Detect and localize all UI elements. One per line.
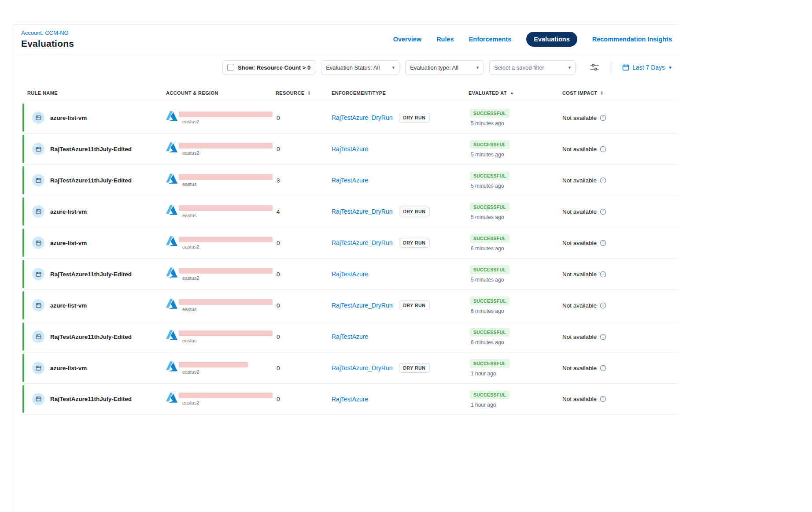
table-row[interactable]: RajTestAzure11thJuly-Edited eastus2 0 Ra… (22, 133, 679, 164)
table-row[interactable]: RajTestAzure11thJuly-Edited eastus2 0 Ra… (22, 258, 679, 289)
account-region-cell: eastus2 (166, 143, 276, 156)
info-icon[interactable] (600, 396, 606, 402)
rule-icon (32, 174, 44, 186)
account-region-cell: eastus2 (166, 237, 276, 249)
resource-count: 3 (276, 177, 332, 184)
col-evaluated-at[interactable]: EVALUATED AT ▲ (469, 90, 562, 96)
table-row[interactable]: azure-list-vm eastus2 0 RajTestAzure_Dry… (22, 352, 679, 383)
status-badge: SUCCESSFUL (470, 390, 509, 399)
enforcement-link[interactable]: RajTestAzure_DryRun (332, 208, 393, 215)
enforcement-link[interactable]: RajTestAzure_DryRun (332, 364, 393, 371)
rule-cell: azure-list-vm (22, 205, 166, 218)
enforcement-link[interactable]: RajTestAzure (332, 396, 368, 403)
cost-impact-value: Not available (562, 365, 597, 371)
account-block: eastus (179, 174, 273, 187)
enforcement-link[interactable]: RajTestAzure (332, 333, 368, 340)
rule-icon (32, 268, 44, 280)
info-icon[interactable] (600, 177, 606, 184)
table-header-row: RULE NAME ACCOUNT & REGION RESOURCE ▲▼ E… (22, 84, 679, 102)
cost-impact-cell: Not available (562, 365, 679, 371)
cost-impact-cell: Not available (562, 240, 679, 246)
enforcement-link[interactable]: RajTestAzure_DryRun (332, 239, 393, 246)
info-icon[interactable] (600, 240, 606, 246)
info-icon[interactable] (600, 365, 606, 371)
account-region-cell: eastus (166, 174, 276, 187)
col-label: ENFORCEMENT/TYPE (332, 90, 386, 96)
enforcement-cell: RajTestAzure_DryRun DRY RUN (332, 207, 469, 216)
tab-enforcements[interactable]: Enforcements (469, 36, 512, 43)
date-range-picker[interactable]: Last 7 Days ▼ (622, 64, 675, 71)
page-header: Account: CCM-NG Evaluations OverviewRule… (14, 25, 679, 55)
evaluated-at-cell: SUCCESSFUL 1 hour ago (469, 359, 562, 377)
col-cost-impact[interactable]: COST IMPACT ▲▼ (562, 90, 679, 96)
resource-count-filter[interactable]: Show: Resource Count > 0 (222, 60, 315, 74)
table-row[interactable]: azure-list-vm eastus2 0 RajTestAzure_Dry… (22, 102, 679, 133)
tab-overview[interactable]: Overview (393, 36, 422, 43)
tab-evaluations[interactable]: Evaluations (526, 32, 577, 47)
table-row[interactable]: azure-list-vm eastus 4 RajTestAzure_DryR… (22, 196, 679, 227)
evaluated-time: 5 minutes ago (471, 152, 504, 158)
evaluation-status-dropdown[interactable]: Evaluation Status: All ▾ (321, 60, 399, 74)
tab-recommendation-insights[interactable]: Recommendation Insights (592, 36, 672, 43)
redacted-account-name (179, 111, 273, 117)
cost-impact-cell: Not available (562, 146, 679, 152)
evaluation-type-dropdown[interactable]: Evaluation type: All ▾ (405, 60, 484, 74)
dry-run-badge: DRY RUN (399, 363, 430, 373)
sort-asc-icon[interactable]: ▲ (510, 91, 514, 95)
info-icon[interactable] (600, 302, 606, 309)
table-row[interactable]: RajTestAzure11thJuly-Edited eastus 3 Raj… (22, 164, 679, 196)
azure-icon (166, 393, 177, 404)
enforcement-link[interactable]: RajTestAzure_DryRun (332, 302, 393, 309)
saved-filter-dropdown[interactable]: Select a saved filter ▾ (489, 60, 576, 74)
enforcement-link[interactable]: RajTestAzure (332, 177, 368, 184)
status-badge: SUCCESSFUL (470, 359, 509, 368)
tab-rules[interactable]: Rules (436, 36, 454, 43)
app-container: Account: CCM-NG Evaluations OverviewRule… (13, 24, 679, 512)
resource-count-checkbox[interactable] (227, 64, 234, 71)
region-label: eastus2 (179, 275, 273, 281)
rule-cell: RajTestAzure11thJuly-Edited (22, 393, 166, 405)
rule-name: RajTestAzure11thJuly-Edited (50, 396, 132, 402)
col-label: RESOURCE (276, 90, 305, 96)
col-label: ACCOUNT & REGION (166, 90, 218, 96)
enforcement-link[interactable]: RajTestAzure_DryRun (332, 114, 393, 121)
table-row[interactable]: azure-list-vm eastus 0 RajTestAzure_DryR… (22, 289, 679, 321)
cost-impact-cell: Not available (562, 302, 679, 309)
info-icon[interactable] (600, 271, 606, 278)
table-body: azure-list-vm eastus2 0 RajTestAzure_Dry… (22, 102, 679, 415)
filter-settings-icon[interactable] (587, 62, 602, 73)
dry-run-badge: DRY RUN (399, 207, 430, 216)
account-region-cell: eastus2 (166, 268, 276, 281)
account-region-cell: eastus (166, 330, 276, 343)
info-icon[interactable] (600, 146, 606, 152)
evaluated-at-cell: SUCCESSFUL 5 minutes ago (469, 109, 562, 126)
cost-impact-cell: Not available (562, 115, 679, 121)
account-region-cell: eastus2 (166, 111, 276, 124)
info-icon[interactable] (600, 334, 606, 340)
account-block: eastus2 (179, 143, 273, 156)
table-row[interactable]: azure-list-vm eastus2 0 RajTestAzure_Dry… (22, 227, 679, 258)
rule-cell: RajTestAzure11thJuly-Edited (22, 174, 166, 186)
enforcement-link[interactable]: RajTestAzure (332, 145, 368, 152)
col-label: COST IMPACT (562, 90, 597, 96)
sort-icon[interactable]: ▲▼ (600, 90, 603, 96)
cost-impact-value: Not available (562, 334, 597, 340)
enforcement-cell: RajTestAzure_DryRun DRY RUN (332, 363, 469, 373)
evaluation-status-value: Evaluation Status: All (326, 64, 380, 71)
sort-icon[interactable]: ▲▼ (308, 90, 311, 96)
redacted-account-name (179, 205, 273, 211)
table-row[interactable]: RajTestAzure11thJuly-Edited eastus2 0 Ra… (22, 383, 679, 415)
table-row[interactable]: RajTestAzure11thJuly-Edited eastus 0 Raj… (22, 321, 679, 352)
info-icon[interactable] (600, 115, 606, 121)
info-icon[interactable] (600, 208, 606, 215)
rule-cell: RajTestAzure11thJuly-Edited (22, 143, 166, 155)
rule-icon (32, 237, 44, 249)
enforcement-cell: RajTestAzure (332, 145, 469, 152)
chevron-down-icon: ▼ (668, 65, 672, 70)
evaluated-at-cell: SUCCESSFUL 6 minutes ago (469, 234, 562, 252)
chevron-down-icon: ▾ (568, 65, 571, 70)
breadcrumb-account[interactable]: Account: CCM-NG (21, 30, 74, 36)
col-resource[interactable]: RESOURCE ▲▼ (276, 90, 332, 96)
azure-icon (166, 361, 177, 373)
enforcement-link[interactable]: RajTestAzure (332, 271, 368, 278)
